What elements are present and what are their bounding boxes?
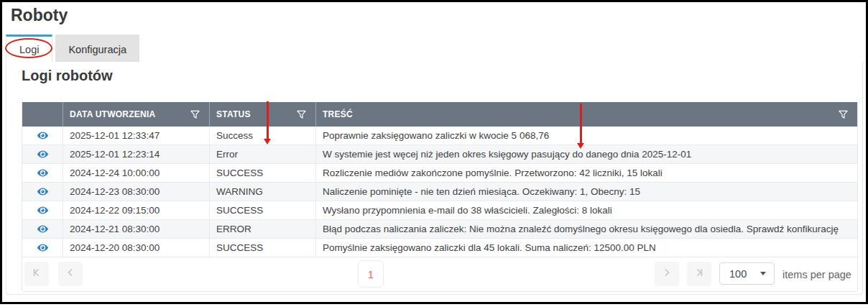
log-row: 2024-12-23 08:30:00 WARNING Naliczenie p…	[22, 183, 857, 201]
log-row: 2024-12-22 09:15:00 SUCCESS Wysłano przy…	[22, 201, 857, 220]
filter-funnel-icon[interactable]	[190, 110, 200, 119]
row-actions-cell	[22, 127, 63, 145]
caret-down-icon	[760, 272, 766, 275]
log-status-cell: SUCCESS	[210, 201, 316, 219]
log-content-cell: Poprawnie zaksięgowano zaliczki w kwocie…	[316, 127, 857, 145]
row-actions-cell	[22, 220, 63, 238]
seek-last-icon	[693, 267, 705, 281]
log-created-cell: 2024-12-23 08:30:00	[63, 183, 210, 201]
log-status-cell: ERROR	[210, 220, 316, 238]
log-row: 2024-12-24 10:00:00 SUCCESS Rozliczenie …	[22, 164, 857, 183]
column-header-created[interactable]: DATA UTWORZENIA	[63, 102, 210, 127]
grid-body: 2025-12-01 12:33:47 Success Poprawnie za…	[22, 127, 857, 257]
log-status-cell: WARNING	[210, 183, 316, 201]
view-details-eye-icon[interactable]	[37, 205, 49, 216]
app-window: Roboty Logi Konfiguracja Logi robotów DA…	[0, 0, 868, 304]
column-header-created-label: DATA UTWORZENIA	[63, 109, 156, 119]
items-per-page-label: items per page	[782, 257, 851, 291]
log-created-cell: 2025-12-01 12:23:14	[63, 145, 210, 163]
log-content-cell: Rozliczenie mediów zakończone pomyślnie.…	[316, 164, 857, 182]
chevron-left-icon	[65, 267, 76, 281]
log-row: 2024-12-20 08:30:00 SUCCESS Pomyślnie za…	[22, 239, 857, 257]
pager-previous-page-button[interactable]	[58, 262, 83, 286]
page-size-value: 100	[720, 268, 760, 280]
log-row: 2025-12-01 12:23:14 Error W systemie jes…	[22, 145, 857, 164]
log-status-cell: Success	[210, 127, 316, 145]
log-content-cell: Naliczenie pominięte - nie ten dzień mie…	[316, 183, 857, 201]
log-row: 2024-12-21 08:30:00 ERROR Błąd podczas n…	[22, 220, 857, 239]
pager-next-page-button[interactable]	[655, 262, 679, 286]
pager-first-page-button[interactable]	[24, 262, 49, 286]
tab-konfiguracja-label: Konfiguracja	[68, 44, 126, 55]
view-details-eye-icon[interactable]	[37, 130, 49, 141]
log-created-cell: 2024-12-24 10:00:00	[63, 164, 210, 182]
log-created-cell: 2024-12-21 08:30:00	[63, 220, 210, 238]
logs-grid: DATA UTWORZENIA STATUS TREŚĆ	[22, 102, 858, 292]
log-created-cell: 2025-12-01 12:33:47	[63, 127, 210, 145]
log-status-cell: SUCCESS	[210, 164, 316, 182]
log-status-cell: SUCCESS	[210, 239, 316, 257]
column-header-status-label: STATUS	[210, 109, 251, 119]
view-details-eye-icon[interactable]	[37, 149, 49, 160]
pager: 1 100 items per page	[22, 257, 857, 291]
view-details-eye-icon[interactable]	[37, 224, 49, 234]
pager-last-page-button[interactable]	[687, 262, 711, 286]
column-header-status[interactable]: STATUS	[210, 102, 316, 127]
log-created-cell: 2024-12-20 08:30:00	[63, 239, 210, 257]
row-actions-cell	[22, 201, 63, 219]
row-actions-cell	[22, 164, 63, 182]
tab-content-panel: Logi robotów DATA UTWORZENIA STATUS	[6, 62, 863, 295]
log-status-cell: Error	[210, 145, 316, 163]
row-actions-cell	[22, 183, 63, 201]
view-details-eye-icon[interactable]	[37, 186, 49, 197]
log-row: 2025-12-01 12:33:47 Success Poprawnie za…	[22, 127, 857, 145]
row-actions-cell	[22, 239, 63, 257]
tab-konfiguracja[interactable]: Konfiguracja	[55, 35, 139, 62]
filter-funnel-icon[interactable]	[297, 110, 306, 119]
log-content-cell: Błąd podczas naliczania zaliczek: Nie mo…	[316, 220, 857, 238]
filter-funnel-icon[interactable]	[839, 110, 848, 119]
chevron-right-icon	[661, 267, 673, 281]
tab-strip: Logi Konfiguracja	[6, 35, 139, 62]
column-header-content[interactable]: TREŚĆ	[316, 102, 857, 127]
pager-current-page-button[interactable]: 1	[358, 260, 384, 288]
page-title: Roboty	[11, 6, 68, 25]
column-header-content-label: TREŚĆ	[316, 109, 353, 119]
grid-header-row: DATA UTWORZENIA STATUS TREŚĆ	[22, 102, 857, 127]
column-header-actions	[22, 102, 63, 127]
seek-first-icon	[31, 267, 42, 281]
log-content-cell: Wysłano przypomnienia e-mail do 38 właśc…	[316, 201, 857, 219]
tab-logi-label: Logi	[19, 44, 39, 55]
page-size-dropdown[interactable]: 100	[719, 262, 775, 285]
log-content-cell: Pomyślnie zaksięgowano zaliczki dla 45 l…	[316, 239, 857, 257]
tab-logi[interactable]: Logi	[6, 35, 52, 62]
log-created-cell: 2024-12-22 09:15:00	[63, 201, 210, 219]
log-content-cell: W systemie jest węcej niż jeden okres ks…	[316, 145, 857, 163]
row-actions-cell	[22, 145, 63, 163]
view-details-eye-icon[interactable]	[37, 242, 49, 253]
view-details-eye-icon[interactable]	[37, 168, 49, 178]
section-heading: Logi robotów	[22, 68, 113, 84]
